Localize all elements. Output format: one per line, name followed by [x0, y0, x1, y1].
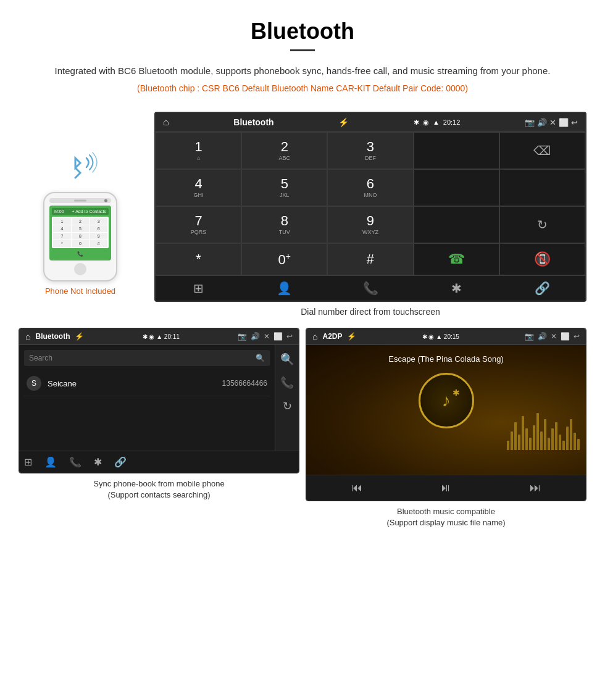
music-back-icon[interactable]: ↩: [574, 332, 580, 341]
search-placeholder: Search: [29, 354, 52, 362]
phonebook-column: ⌂ Bluetooth ⚡ ✱ ◉ ▲ 20:11 📷 🔊 ✕ ⬜ ↩: [19, 328, 299, 533]
dial-key-end-call[interactable]: 📵: [499, 243, 585, 275]
signal-icon: ▲: [433, 119, 440, 126]
pb-bt-btn[interactable]: ✱: [94, 456, 102, 468]
dial-key-4[interactable]: 4 GHI: [156, 169, 241, 206]
nav-icons: 📷 🔊 ✕ ⬜ ↩: [525, 118, 578, 127]
phone-dialpad: 123 456 789 *0#: [52, 217, 109, 248]
music-caption-line1: Bluetooth music compatible: [397, 507, 495, 516]
phonebook-caption: Sync phone-book from mobile phone (Suppo…: [19, 473, 299, 506]
car-bottom-bar: ⊞ 👤 📞 ✱ 🔗: [156, 275, 585, 301]
car-screen: ⌂ Bluetooth ⚡ ✱ ◉ ▲ 20:12 📷 🔊 ✕ ⬜ ↩: [154, 112, 586, 302]
dial-key-refresh[interactable]: ↻: [499, 206, 585, 243]
dial-key-8[interactable]: 8 TUV: [241, 206, 327, 243]
phone-not-included-label: Phone Not Included: [45, 286, 115, 296]
music-body: Escape (The Pina Colada Song) ♪ ✱: [306, 345, 586, 475]
close-icon[interactable]: ✕: [549, 118, 556, 127]
volume-icon[interactable]: 🔊: [537, 118, 547, 127]
pb-home-icon[interactable]: ⌂: [25, 331, 30, 341]
bottom-section: ⌂ Bluetooth ⚡ ✱ ◉ ▲ 20:11 📷 🔊 ✕ ⬜ ↩: [0, 328, 605, 533]
dial-key-empty-4: [414, 206, 499, 243]
dial-key-0[interactable]: 0+: [241, 243, 327, 275]
music-camera-icon[interactable]: 📷: [525, 332, 534, 341]
music-caption: Bluetooth music compatible (Support disp…: [306, 501, 586, 533]
dial-key-hash[interactable]: #: [327, 243, 413, 275]
pb-back-icon[interactable]: ↩: [286, 332, 293, 341]
back-icon[interactable]: ↩: [571, 118, 578, 127]
search-icon[interactable]: 🔍: [256, 354, 265, 362]
music-home-icon[interactable]: ⌂: [312, 331, 317, 341]
dial-key-7[interactable]: 7 PQRS: [156, 206, 241, 243]
phonebook-empty-space: [24, 396, 270, 446]
pb-link-btn[interactable]: 🔗: [114, 456, 127, 468]
music-album-art: ♪ ✱: [419, 373, 474, 428]
usb-icon: ⚡: [338, 117, 349, 127]
phonebook-title: Bluetooth: [35, 332, 70, 341]
car-screen-header: ⌂ Bluetooth ⚡ ✱ ◉ ▲ 20:12 📷 🔊 ✕ ⬜ ↩: [156, 113, 585, 132]
dial-key-call[interactable]: ☎: [414, 243, 499, 275]
status-icons: ✱ ◉ ▲ 20:12: [414, 119, 460, 127]
pb-close-icon[interactable]: ✕: [264, 332, 270, 341]
page-title: Bluetooth: [37, 19, 568, 44]
sidebar-phone-icon[interactable]: 📞: [280, 376, 294, 390]
camera-icon[interactable]: 📷: [525, 118, 535, 127]
bt-icon[interactable]: ✱: [414, 281, 499, 296]
music-screen: ⌂ A2DP ⚡ ✱ ◉ ▲ 20:15 📷 🔊 ✕ ⬜ ↩: [306, 328, 586, 501]
pb-vol-icon[interactable]: 🔊: [251, 332, 260, 341]
dialpad-icon[interactable]: ⊞: [156, 281, 241, 296]
header-description: Integrated with BC6 Bluetooth module, su…: [37, 64, 568, 78]
music-next-btn[interactable]: ⏭: [530, 481, 541, 494]
bluetooth-waves: [59, 149, 102, 186]
music-controls: ⏮ ⏯ ⏭: [306, 475, 586, 501]
music-usb-icon: ⚡: [347, 332, 356, 341]
music-close-icon[interactable]: ✕: [551, 332, 557, 341]
music-win-icon[interactable]: ⬜: [561, 332, 570, 341]
contact-name: Seicane: [48, 379, 222, 388]
home-icon[interactable]: ⌂: [163, 117, 169, 128]
sidebar-refresh-icon[interactable]: ↻: [283, 399, 292, 413]
phonebook-caption-line1: Sync phone-book from mobile phone: [93, 479, 224, 488]
pb-contact-btn[interactable]: 👤: [44, 456, 57, 468]
phonebook-bottom-bar: ⊞ 👤 📞 ✱ 🔗: [19, 451, 299, 473]
call-log-icon[interactable]: 📞: [327, 281, 413, 296]
phone-call-button: 📞: [52, 250, 109, 258]
phone-image: M:00+ Add to Contacts 123 456 789 *0# 📞: [43, 192, 117, 281]
pb-dialpad-btn[interactable]: ⊞: [24, 456, 32, 468]
time-display: 20:12: [443, 119, 461, 126]
page-header: Bluetooth Integrated with BC6 Bluetooth …: [0, 0, 605, 112]
dial-key-empty-1: [414, 132, 499, 169]
title-divider: [290, 49, 315, 51]
music-prev-btn[interactable]: ⏮: [351, 481, 362, 494]
location-icon: ◉: [423, 119, 429, 127]
window-icon[interactable]: ⬜: [559, 118, 569, 127]
main-section: M:00+ Add to Contacts 123 456 789 *0# 📞 …: [0, 112, 605, 322]
sidebar-search-icon[interactable]: 🔍: [280, 352, 294, 366]
pb-nav-icons: 📷 🔊 ✕ ⬜ ↩: [238, 332, 293, 341]
phone-screen-top: M:00+ Add to Contacts: [52, 208, 109, 215]
dialpad: 1 ⌂ 2 ABC 3 DEF ⌫ 4 GHI: [156, 132, 585, 275]
phone-side: M:00+ Add to Contacts 123 456 789 *0# 📞 …: [19, 112, 142, 322]
dial-key-2[interactable]: 2 ABC: [241, 132, 327, 169]
contact-letter: S: [27, 376, 41, 391]
dial-key-9[interactable]: 9 WXYZ: [327, 206, 413, 243]
pb-win-icon[interactable]: ⬜: [273, 332, 283, 341]
dial-key-3[interactable]: 3 DEF: [327, 132, 413, 169]
phone-screen: M:00+ Add to Contacts 123 456 789 *0# 📞: [49, 206, 111, 260]
music-header: ⌂ A2DP ⚡ ✱ ◉ ▲ 20:15 📷 🔊 ✕ ⬜ ↩: [306, 328, 586, 345]
phonebook-status: ✱ ◉ ▲ 20:11: [143, 333, 180, 340]
music-playpause-btn[interactable]: ⏯: [440, 481, 451, 494]
pb-call-btn[interactable]: 📞: [69, 456, 81, 468]
contacts-icon[interactable]: 👤: [241, 281, 327, 296]
music-content: Escape (The Pina Colada Song) ♪ ✱: [315, 354, 577, 428]
music-song-title: Escape (The Pina Colada Song): [388, 354, 503, 364]
dial-key-6[interactable]: 6 MNO: [327, 169, 413, 206]
dial-key-1[interactable]: 1 ⌂: [156, 132, 241, 169]
dial-key-5[interactable]: 5 JKL: [241, 169, 327, 206]
pb-camera-icon[interactable]: 📷: [238, 332, 247, 341]
music-vol-icon[interactable]: 🔊: [538, 332, 547, 341]
search-bar[interactable]: Search 🔍: [24, 350, 270, 366]
dial-key-star[interactable]: *: [156, 243, 241, 275]
link-icon[interactable]: 🔗: [499, 281, 585, 296]
dial-key-backspace[interactable]: ⌫: [499, 132, 585, 169]
contact-row[interactable]: S Seicane 13566664466: [24, 371, 270, 396]
